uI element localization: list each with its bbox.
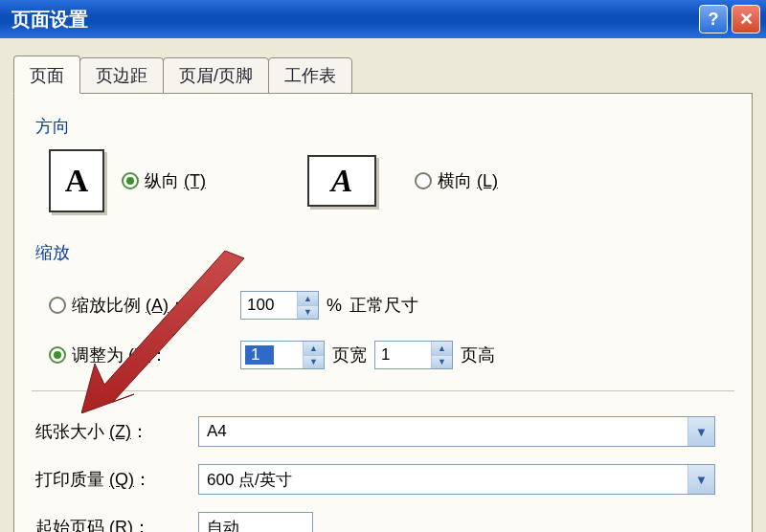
help-button[interactable]: ?	[699, 5, 728, 33]
paper-size-combo[interactable]: A4 ▼	[198, 416, 715, 447]
spinner-buttons[interactable]: ▲▼	[297, 292, 318, 319]
dialog-content: 页面 页边距 页眉/页脚 工作表 方向 A 纵向 (T) A 横向 (L)	[0, 38, 766, 532]
fit-tall-spinner[interactable]: ▲▼	[374, 341, 453, 369]
zoom-group-label: 缩放	[35, 241, 731, 264]
paper-size-hotkey: (Z)	[109, 422, 131, 441]
scale-label: 缩放比例	[72, 296, 141, 315]
paper-size-row: 纸张大小 (Z)： A4 ▼	[35, 416, 731, 447]
first-page-input[interactable]: 自动	[198, 512, 313, 532]
portrait-hotkey: (T)	[184, 171, 206, 190]
tab-header-footer[interactable]: 页眉/页脚	[163, 57, 269, 94]
page-panel: 方向 A 纵向 (T) A 横向 (L) 缩放	[13, 93, 753, 532]
spinner-buttons[interactable]: ▲▼	[431, 342, 452, 368]
pages-tall-label: 页高	[461, 344, 495, 366]
chevron-down-icon[interactable]: ▼	[304, 356, 324, 369]
first-page-hotkey: (R)	[109, 518, 133, 532]
tab-sheet[interactable]: 工作表	[268, 57, 352, 94]
tabstrip: 页面 页边距 页眉/页脚 工作表	[13, 55, 753, 94]
percent-label: %	[327, 296, 342, 316]
chevron-up-icon[interactable]: ▲	[298, 292, 318, 306]
close-icon: ✕	[739, 9, 754, 30]
print-quality-label: 打印质量	[35, 470, 104, 489]
chevron-down-icon[interactable]: ▼	[687, 417, 714, 446]
landscape-label: 横向	[438, 171, 472, 190]
print-quality-hotkey: (Q)	[109, 470, 134, 489]
print-quality-value: 600 点/英寸	[207, 469, 687, 491]
landscape-option[interactable]: 横向 (L)	[415, 169, 498, 192]
print-quality-row: 打印质量 (Q)： 600 点/英寸 ▼	[35, 464, 731, 495]
chevron-down-icon[interactable]: ▼	[432, 356, 452, 369]
paper-size-label: 纸张大小	[35, 422, 104, 441]
chevron-up-icon[interactable]: ▲	[304, 342, 324, 356]
normal-size-label: 正常尺寸	[349, 294, 418, 317]
radio-icon	[49, 297, 66, 314]
portrait-label: 纵向	[145, 171, 179, 190]
chevron-down-icon[interactable]: ▼	[687, 465, 714, 494]
radio-icon	[122, 172, 139, 189]
scale-spinner[interactable]: ▲▼	[240, 291, 319, 320]
chevron-down-icon[interactable]: ▼	[298, 306, 318, 320]
print-quality-combo[interactable]: 600 点/英寸 ▼	[198, 464, 715, 495]
tab-page[interactable]: 页面	[13, 55, 80, 94]
first-page-label: 起始页码	[35, 518, 104, 532]
titlebar: 页面设置 ? ✕	[0, 0, 766, 38]
fit-label: 调整为	[72, 345, 124, 365]
scale-hotkey: (A)	[146, 296, 169, 315]
paper-size-value: A4	[207, 422, 687, 441]
orientation-row: A 纵向 (T) A 横向 (L)	[49, 149, 731, 212]
landscape-page-icon: A	[307, 155, 376, 207]
dialog-title: 页面设置	[11, 7, 695, 33]
close-button[interactable]: ✕	[732, 5, 760, 33]
paper-section: 纸张大小 (Z)： A4 ▼ 打印质量 (Q)： 600 点/英寸 ▼	[35, 416, 731, 532]
fit-wide-spinner[interactable]: ▲▼	[240, 341, 325, 369]
chevron-up-icon[interactable]: ▲	[432, 342, 452, 356]
first-page-value: 自动	[207, 517, 239, 533]
fit-tall-input[interactable]	[375, 342, 431, 368]
zoom-scale-row: 缩放比例 (A)： ▲▼ % 正常尺寸	[49, 291, 731, 320]
separator	[32, 390, 734, 391]
scale-input[interactable]	[241, 292, 297, 319]
radio-icon	[415, 172, 432, 189]
fit-option[interactable]: 调整为 (F)：	[49, 344, 240, 366]
fit-hotkey: (F)	[128, 345, 150, 365]
portrait-page-icon: A	[49, 149, 104, 212]
pages-wide-label: 页宽	[332, 344, 367, 366]
spinner-buttons[interactable]: ▲▼	[303, 342, 324, 368]
first-page-row: 起始页码 (R)： 自动	[35, 512, 731, 532]
zoom-fit-row: 调整为 (F)： ▲▼ 页宽 ▲▼ 页高	[49, 341, 731, 369]
tab-margins[interactable]: 页边距	[79, 57, 164, 94]
orientation-group-label: 方向	[35, 115, 731, 138]
fit-wide-input[interactable]	[245, 345, 274, 365]
scale-option[interactable]: 缩放比例 (A)：	[49, 294, 240, 317]
landscape-hotkey: (L)	[477, 171, 498, 190]
zoom-block: 缩放比例 (A)： ▲▼ % 正常尺寸 调整为 (F)：	[49, 291, 731, 369]
portrait-option[interactable]: 纵向 (T)	[122, 169, 206, 192]
radio-icon	[49, 346, 66, 364]
